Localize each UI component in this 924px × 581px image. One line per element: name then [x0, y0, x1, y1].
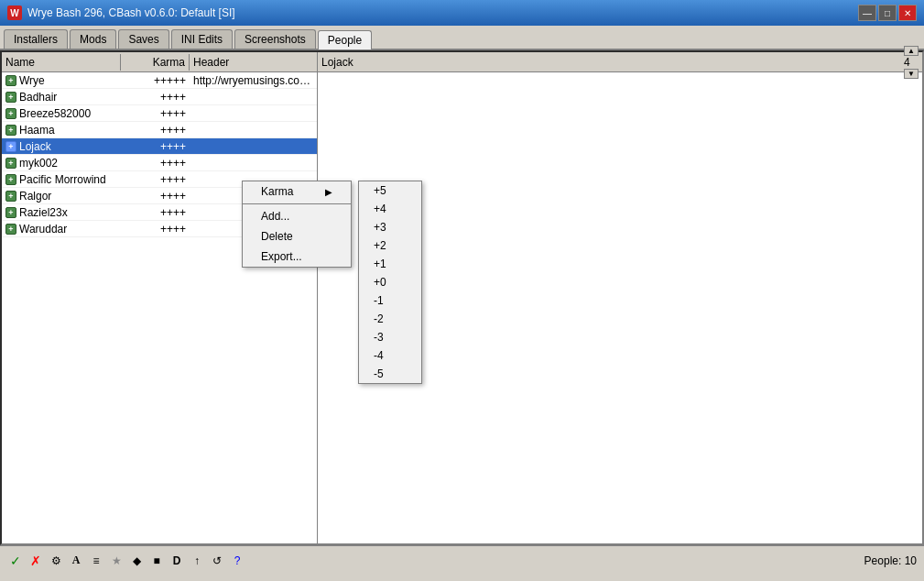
row-name-cell: + Badhair [2, 90, 121, 104]
person-name: Haama [19, 124, 55, 137]
plus-icon: + [5, 92, 16, 103]
karma-plus5[interactable]: +5 [359, 181, 421, 200]
plus-icon: + [5, 75, 16, 86]
ctx-item-add[interactable]: Add... [243, 206, 351, 226]
maximize-button[interactable]: □ [878, 5, 897, 21]
person-name: myk002 [19, 157, 58, 170]
karma-minus1[interactable]: -1 [359, 291, 421, 310]
app-icon: W [7, 5, 22, 20]
row-name-cell: + Breeze582000 [2, 106, 121, 121]
text-a-icon[interactable]: A [68, 553, 84, 569]
people-list-body: + Wrye +++++ http://wryemusings.com/inde… [2, 72, 317, 543]
selected-count: 4 [904, 56, 914, 69]
plus-icon: + [5, 191, 16, 202]
row-karma-cell: ++++ [121, 189, 190, 203]
karma-minus5[interactable]: -5 [359, 365, 421, 383]
karma-minus4[interactable]: -4 [359, 346, 421, 365]
star-icon[interactable]: ★ [108, 553, 125, 569]
lines-icon[interactable]: ≡ [88, 553, 104, 569]
person-name: Badhair [19, 91, 57, 104]
list-header: Name Karma Header [2, 52, 317, 72]
list-item[interactable]: + myk002 ++++ [2, 155, 317, 171]
list-item[interactable]: + Wrye +++++ http://wryemusings.com/inde… [2, 72, 317, 89]
row-name-cell: + Waruddar [2, 222, 121, 236]
col-header-karma[interactable]: Karma [121, 54, 190, 71]
help-icon[interactable]: ? [229, 553, 245, 569]
person-name: Lojack [19, 140, 51, 153]
refresh-icon[interactable]: ↺ [209, 553, 225, 569]
tab-ini-edits[interactable]: INI Edits [171, 29, 233, 49]
people-list-panel: Name Karma Header + Wrye +++++ http://wr… [2, 52, 318, 543]
plus-icon: + [5, 158, 16, 169]
ctx-label-export: Export... [261, 250, 302, 263]
cross-icon[interactable]: ✗ [27, 553, 44, 569]
selected-person-name: Lojack [321, 56, 353, 69]
check-icon[interactable]: ✓ [7, 553, 24, 569]
karma-minus3[interactable]: -3 [359, 328, 421, 346]
ctx-label-delete: Delete [261, 230, 293, 243]
row-name-cell: + Lojack [2, 139, 121, 154]
row-header-cell [190, 113, 317, 115]
list-item[interactable]: + Breeze582000 ++++ [2, 105, 317, 122]
d-icon[interactable]: D [168, 553, 185, 569]
plus-icon: + [5, 174, 16, 185]
statusbar-count: People: 10 [864, 554, 917, 567]
person-name: Pacific Morrowind [19, 173, 106, 186]
person-name: Wrye [19, 74, 45, 87]
row-name-cell: + Wrye [2, 73, 121, 88]
row-header-cell [190, 96, 317, 98]
titlebar-left: W Wrye Bash 296, CBash v0.6.0: Default [… [7, 5, 235, 20]
main-content: Name Karma Header + Wrye +++++ http://wr… [0, 50, 924, 545]
row-karma-cell: ++++ [121, 222, 190, 236]
scroll-up-button[interactable]: ▲ [904, 46, 919, 56]
row-header-cell [190, 162, 317, 164]
list-item[interactable]: + Badhair ++++ [2, 89, 317, 105]
tab-screenshots[interactable]: Screenshots [234, 29, 316, 49]
tab-installers[interactable]: Installers [4, 29, 68, 49]
row-name-cell: + Haama [2, 123, 121, 137]
row-karma-cell: ++++ [121, 123, 190, 137]
close-button[interactable]: ✕ [898, 5, 917, 21]
ctx-label-add: Add... [261, 210, 289, 223]
minimize-button[interactable]: — [858, 5, 876, 21]
upload-icon[interactable]: ↑ [189, 553, 205, 569]
ctx-item-karma[interactable]: Karma ▶ [243, 181, 351, 202]
row-name-cell: + Raziel23x [2, 205, 121, 220]
karma-plus3[interactable]: +3 [359, 218, 421, 236]
statusbar-icons: ✓ ✗ ⚙ A ≡ ★ ◆ ■ D ↑ ↺ ? [7, 553, 245, 569]
karma-plus2[interactable]: +2 [359, 236, 421, 255]
karma-submenu-arrow: ▶ [325, 187, 332, 197]
list-item-selected[interactable]: + Lojack ++++ [2, 138, 317, 155]
row-karma-cell: +++++ [121, 73, 190, 88]
col-header-name[interactable]: Name [2, 54, 121, 71]
karma-minus2[interactable]: -2 [359, 310, 421, 328]
right-header: Lojack ▲ 4 ▼ [318, 52, 922, 72]
row-header-cell [190, 146, 317, 148]
karma-plus4[interactable]: +4 [359, 200, 421, 218]
row-name-cell: + myk002 [2, 156, 121, 170]
ctx-item-delete[interactable]: Delete [243, 226, 351, 247]
ctx-separator [243, 203, 351, 204]
tab-mods[interactable]: Mods [70, 29, 116, 49]
row-karma-cell: ++++ [121, 139, 190, 154]
row-karma-cell: ++++ [121, 172, 190, 187]
gear-icon[interactable]: ⚙ [48, 553, 64, 569]
ctx-item-export[interactable]: Export... [243, 247, 351, 267]
plus-icon: + [5, 224, 16, 235]
tab-people[interactable]: People [318, 30, 372, 49]
col-header-header[interactable]: Header [190, 54, 317, 71]
diamond-icon[interactable]: ◆ [128, 553, 145, 569]
person-name: Breeze582000 [19, 107, 91, 120]
karma-plus1[interactable]: +1 [359, 255, 421, 273]
list-item[interactable]: + Haama ++++ [2, 122, 317, 138]
ctx-label-karma: Karma [261, 185, 293, 198]
karma-zero[interactable]: +0 [359, 273, 421, 291]
plus-icon: + [5, 108, 16, 119]
window-title: Wrye Bash 296, CBash v0.6.0: Default [SI… [27, 6, 235, 19]
row-karma-cell: ++++ [121, 106, 190, 121]
titlebar: W Wrye Bash 296, CBash v0.6.0: Default [… [0, 0, 924, 26]
row-header-cell: http://wryemusings.com/inde... [190, 73, 317, 88]
square-icon[interactable]: ■ [148, 553, 165, 569]
tab-saves[interactable]: Saves [118, 29, 168, 49]
plus-icon: + [5, 207, 16, 218]
